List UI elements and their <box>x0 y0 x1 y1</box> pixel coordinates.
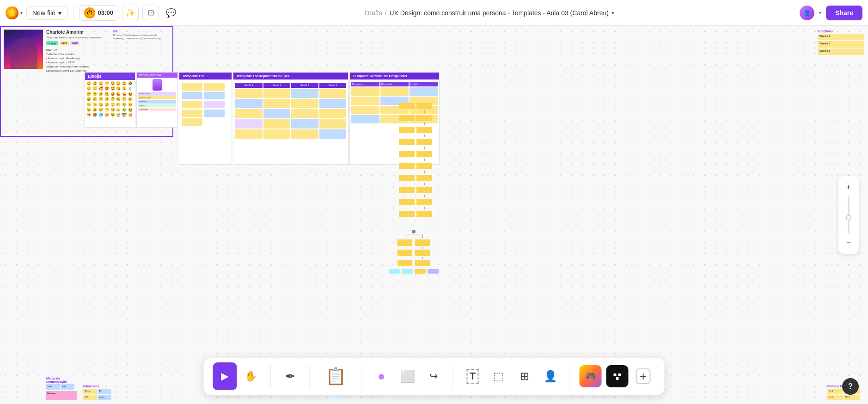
persona-details: Idadr: 27 Trabalho /u/ou estudos: • Admi… <box>46 48 106 73</box>
table-icon: ⊞ <box>520 371 529 382</box>
circle-tool[interactable]: ● <box>370 362 394 390</box>
zoom-in-icon: + <box>846 183 851 192</box>
canvas[interactable]: Emojis 😀😃😄😁😆😅😂🤣 😊😇🥰😍🤩😘😗☺️ 😚😙🥲😋😛😜🤪😝 🤑🤗🤭🤫🤔… <box>0 26 868 404</box>
persona-communication-area: Meios de comunicação Email Insta WhatsAp… <box>46 377 81 400</box>
zoom-handle[interactable] <box>846 215 851 220</box>
arrow-icon: ↪ <box>429 371 438 381</box>
new-file-button[interactable]: New file ▾ <box>26 6 67 20</box>
share-button[interactable]: Share <box>826 6 862 20</box>
breadcrumb-drafts[interactable]: Drafts <box>365 9 382 17</box>
help-button[interactable]: ? <box>842 378 859 395</box>
proto-content: Nome fictício Idade / cidade Profissão O… <box>137 78 177 113</box>
text-tools-section: T ⬚ ⊞ 👤 <box>457 362 566 390</box>
breadcrumb-chevron[interactable]: ▾ <box>611 10 614 16</box>
toolbar-div-3 <box>362 365 362 388</box>
toolbar-div-5 <box>570 365 570 388</box>
stamp-tool[interactable]: 👤 <box>538 362 562 390</box>
persona-photo <box>4 30 43 69</box>
avatar-chevron[interactable]: ▾ <box>819 10 821 15</box>
svg-rect-1 <box>618 373 621 376</box>
select-tools-section: ▶ ✋ <box>209 362 267 390</box>
tpl2-title: Template Planejamento de per... <box>233 73 348 80</box>
circle-icon: ● <box>378 370 385 383</box>
svg-rect-0 <box>614 373 617 376</box>
select-icon: ▶ <box>221 371 229 381</box>
avatar-image: 👤 <box>800 6 814 20</box>
zoom-controls: + − <box>838 176 859 254</box>
timer-display: 03:00 <box>98 9 113 16</box>
frame-button[interactable]: ⊡ <box>142 5 159 21</box>
logo-icon[interactable]: 🌟 <box>6 6 18 19</box>
help-icon: ? <box>848 382 853 391</box>
template-card-1[interactable]: Template Pla... <box>179 72 232 165</box>
stamp-icon: 👤 <box>544 371 557 382</box>
zoom-out-icon: − <box>846 238 851 248</box>
tpl1-title: Template Pla... <box>179 73 232 80</box>
persona-objectives-area: Objetivos Objetivo 1 Objetivo 2 Objetivo… <box>818 30 864 55</box>
more-icon: + <box>636 368 650 384</box>
proto-persona-card[interactable]: Proto-persona Nome fictício Idade / cida… <box>136 72 178 128</box>
toolbar: ▶ ✋ ✒ 📋 ● ⬜ <box>204 358 665 395</box>
emojis-card[interactable]: Emojis 😀😃😄😁😆😅😂🤣 😊😇🥰😍🤩😘😗☺️ 😚😙🥲😋😛😜🤪😝 🤑🤗🤭🤫🤔… <box>85 72 135 128</box>
breadcrumb-sep: / <box>385 9 387 17</box>
pen-icon: ✒ <box>285 370 295 382</box>
rect-icon: ⬜ <box>400 370 415 382</box>
new-file-chevron: ▾ <box>58 9 61 17</box>
roteiro-tree-2 <box>406 102 443 218</box>
jambot-icon: 🎮 <box>580 365 602 387</box>
hand-tool[interactable]: ✋ <box>239 362 263 390</box>
header-right: 👤 ▾ Share <box>800 6 862 20</box>
persona-name-area: Charlote Amorim 'Sou mais forte do que a… <box>46 30 106 73</box>
text-tool[interactable]: T <box>461 362 485 390</box>
hand-icon: ✋ <box>245 371 257 381</box>
timer-widget[interactable]: ⏱ 03:00 <box>79 5 118 21</box>
zoom-out-button[interactable]: − <box>841 235 856 250</box>
insert-tool[interactable] <box>605 362 630 390</box>
tpl1-content <box>179 80 232 128</box>
toolbar-div-4 <box>453 365 453 388</box>
emojis-grid: 😀😃😄😁😆😅😂🤣 😊😇🥰😍🤩😘😗☺️ 😚😙🥲😋😛😜🤪😝 🤑🤗🤭🤫🤔🤐🤨😐 😑😶😏… <box>85 80 135 119</box>
jambot-tool[interactable]: 🎮 <box>578 362 604 390</box>
chat-button[interactable]: 💬 <box>163 5 179 21</box>
toolbar-div-2 <box>310 365 310 388</box>
proto-title: Proto-persona <box>137 73 177 78</box>
header: 🌟 ▾ New file ▾ ⏱ 03:00 ✨ ⊡ 💬 Drafts / UX… <box>0 0 868 26</box>
sticky-section: 📋 <box>314 362 358 390</box>
more-tool[interactable]: + <box>631 362 655 390</box>
logo-area: 🌟 ▾ <box>6 6 23 19</box>
apps-section: 🎮 + <box>574 362 659 390</box>
roteiro-branch <box>391 225 437 274</box>
header-divider-1 <box>73 6 73 20</box>
persona-interests-area: Interesses Música Arte Tech Viagem <box>83 385 118 400</box>
sticky-icon: 📋 <box>325 368 346 385</box>
breadcrumb: Drafts / UX Design: como construir uma p… <box>183 9 796 17</box>
breadcrumb-title: UX Design: como construir uma persona - … <box>389 9 608 17</box>
avatar[interactable]: 👤 <box>800 6 814 20</box>
zoom-slider[interactable] <box>848 196 850 233</box>
tpl2-content: Seção 1 Seção 2 Seção 3 Seção 4 <box>233 80 348 141</box>
toolbar-div-1 <box>270 365 271 388</box>
arrow-tool[interactable]: ↪ <box>422 362 446 390</box>
persona-bio-area: Bio Em nome Charlote Amorim é estudante … <box>113 30 166 40</box>
frame-icon: ⬚ <box>493 371 504 382</box>
sticky-tool[interactable]: 📋 <box>318 362 355 390</box>
share-label: Share <box>835 9 853 17</box>
template-card-2[interactable]: Template Planejamento de per... Seção 1 … <box>233 72 348 165</box>
shapes-section: ● ⬜ ↪ <box>366 362 449 390</box>
text-icon: T <box>467 369 478 384</box>
pen-tool[interactable]: ✒ <box>278 362 302 390</box>
logo-chevron[interactable]: ▾ <box>20 10 23 15</box>
svg-rect-2 <box>616 377 619 380</box>
frame-tool[interactable]: ⬚ <box>487 362 511 390</box>
emojis-title: Emojis <box>85 73 135 80</box>
insert-icon <box>606 365 629 387</box>
magic-wand-button[interactable]: ✨ <box>122 5 139 21</box>
tpl3-title: Template Roteiro de Perguntas <box>350 73 439 80</box>
new-file-label: New file <box>32 9 55 17</box>
pen-section: ✒ <box>275 362 306 390</box>
select-tool[interactable]: ▶ <box>213 362 237 390</box>
rect-tool[interactable]: ⬜ <box>396 362 420 390</box>
timer-icon: ⏱ <box>84 7 95 18</box>
zoom-in-button[interactable]: + <box>841 180 856 195</box>
table-tool[interactable]: ⊞ <box>513 362 537 390</box>
